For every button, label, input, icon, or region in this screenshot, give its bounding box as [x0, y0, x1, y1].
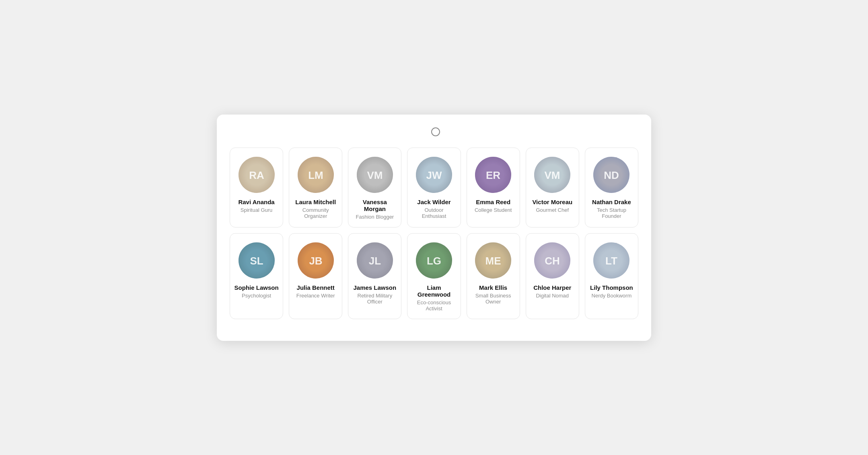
speaker-role-vanessa: Fashion Blogger	[356, 214, 394, 220]
speaker-card-julia[interactable]: JB Julia BennettFreelance Writer	[289, 233, 342, 319]
speaker-name-victor: Victor Moreau	[532, 199, 572, 205]
svg-text:JB: JB	[309, 255, 322, 267]
speaker-card-james[interactable]: JL James LawsonRetired Military Officer	[348, 233, 401, 319]
svg-text:LG: LG	[427, 255, 441, 267]
svg-text:JL: JL	[369, 255, 381, 267]
speaker-name-ravi: Ravi Ananda	[238, 199, 274, 205]
speaker-card-vanessa[interactable]: VM Vanessa MorganFashion Blogger	[348, 148, 401, 228]
svg-text:ME: ME	[485, 255, 501, 267]
speakers-grid-row1: RA Ravi AnandaSpiritual Guru LM Laura Mi…	[230, 148, 638, 228]
avatar-victor: VM	[534, 157, 570, 193]
speaker-name-chloe: Chloe Harper	[533, 284, 571, 291]
avatar-nathan: ND	[593, 157, 629, 193]
help-icon[interactable]	[431, 127, 440, 136]
speaker-card-sophie[interactable]: SL Sophie LawsonPsychologist	[230, 233, 283, 319]
avatar-james: JL	[357, 242, 393, 279]
svg-text:ND: ND	[604, 169, 619, 181]
svg-text:ER: ER	[486, 169, 500, 181]
avatar-emma: ER	[475, 157, 511, 193]
speaker-card-jack[interactable]: JW Jack WilderOutdoor Enthusiast	[407, 148, 461, 228]
avatar-jack: JW	[416, 157, 452, 193]
modal-title	[230, 127, 638, 136]
avatar-ravi: RA	[239, 157, 275, 193]
speakers-grid-row2: SL Sophie LawsonPsychologist JB Julia Be…	[230, 233, 638, 319]
speaker-name-emma: Emma Reed	[476, 199, 510, 205]
speaker-name-liam: Liam Greenwood	[411, 284, 456, 298]
svg-text:VM: VM	[367, 169, 383, 181]
speaker-card-laura[interactable]: LM Laura MitchellCommunity Organizer	[289, 148, 342, 228]
svg-text:CH: CH	[545, 255, 560, 267]
avatar-julia: JB	[298, 242, 334, 279]
avatar-sophie: SL	[239, 242, 275, 279]
speaker-card-liam[interactable]: LG Liam GreenwoodEco-conscious Activist	[407, 233, 461, 319]
speaker-role-nathan: Tech Startup Founder	[589, 207, 634, 219]
speaker-role-liam: Eco-conscious Activist	[411, 299, 456, 312]
speaker-card-victor[interactable]: VM Victor MoreauGourmet Chef	[526, 148, 579, 228]
speaker-role-julia: Freelance Writer	[296, 293, 335, 299]
avatar-vanessa: VM	[357, 157, 393, 193]
svg-text:JW: JW	[426, 169, 442, 181]
svg-text:VM: VM	[545, 169, 560, 181]
svg-text:LT: LT	[605, 255, 617, 267]
speaker-name-mark: Mark Ellis	[479, 284, 507, 291]
speaker-name-vanessa: Vanessa Morgan	[352, 199, 397, 212]
avatar-mark: ME	[475, 242, 511, 279]
speaker-name-lily: Lily Thompson	[590, 284, 633, 291]
speaker-role-ravi: Spiritual Guru	[241, 207, 272, 213]
speaker-role-laura: Community Organizer	[293, 207, 338, 219]
speaker-modal: RA Ravi AnandaSpiritual Guru LM Laura Mi…	[217, 115, 651, 341]
speaker-card-mark[interactable]: ME Mark EllisSmall Business Owner	[467, 233, 520, 319]
speaker-card-lily[interactable]: LT Lily ThompsonNerdy Bookworm	[585, 233, 638, 319]
speaker-role-james: Retired Military Officer	[352, 293, 397, 305]
speaker-card-nathan[interactable]: ND Nathan DrakeTech Startup Founder	[585, 148, 638, 228]
speaker-name-julia: Julia Bennett	[297, 284, 335, 291]
speaker-role-sophie: Psychologist	[242, 293, 271, 299]
avatar-chloe: CH	[534, 242, 570, 279]
speaker-name-jack: Jack Wilder	[417, 199, 450, 205]
speaker-role-emma: College Student	[475, 207, 512, 213]
speaker-role-jack: Outdoor Enthusiast	[411, 207, 456, 219]
svg-text:LM: LM	[308, 169, 323, 181]
avatar-liam: LG	[416, 242, 452, 279]
speaker-role-lily: Nerdy Bookworm	[592, 293, 632, 299]
speaker-card-ravi[interactable]: RA Ravi AnandaSpiritual Guru	[230, 148, 283, 228]
speaker-card-emma[interactable]: ER Emma ReedCollege Student	[467, 148, 520, 228]
speaker-name-laura: Laura Mitchell	[295, 199, 336, 205]
avatar-laura: LM	[298, 157, 334, 193]
speaker-role-victor: Gourmet Chef	[536, 207, 569, 213]
speaker-role-chloe: Digital Nomad	[536, 293, 569, 299]
speaker-name-nathan: Nathan Drake	[592, 199, 631, 205]
speaker-name-james: James Lawson	[353, 284, 396, 291]
avatar-lily: LT	[593, 242, 629, 279]
speaker-card-chloe[interactable]: CH Chloe HarperDigital Nomad	[526, 233, 579, 319]
speaker-role-mark: Small Business Owner	[471, 293, 516, 305]
svg-text:SL: SL	[250, 255, 263, 267]
svg-text:RA: RA	[249, 169, 264, 181]
speaker-name-sophie: Sophie Lawson	[234, 284, 279, 291]
